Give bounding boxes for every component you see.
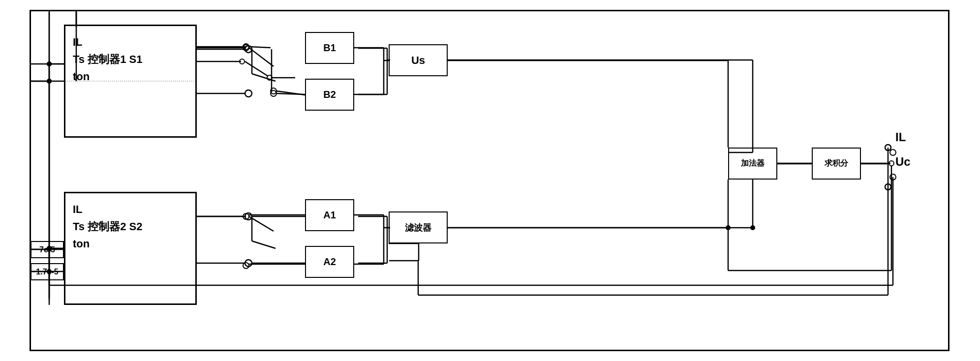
us-block: Us	[389, 44, 448, 76]
controller2-line3: ton	[73, 235, 188, 252]
b1-block: B1	[305, 32, 354, 64]
uc-output-label: Uc	[895, 155, 911, 169]
controller2-line1: IL	[73, 201, 188, 218]
lvbo-block: 滤波器	[389, 211, 448, 243]
controller1-line3: ton	[73, 68, 188, 85]
ts2-input-box: 1.7e-5	[31, 263, 64, 280]
a1-block: A1	[305, 199, 354, 231]
qiuji-label: 求积分	[825, 158, 848, 169]
a2-block: A2	[305, 246, 354, 278]
il-output-label: IL	[895, 130, 906, 144]
b2-label: B2	[323, 89, 336, 100]
b2-block: B2	[305, 79, 354, 111]
ts-value: 7e-5	[39, 245, 55, 254]
a1-label: A1	[323, 210, 336, 221]
controller2-line2: Ts 控制器2 S2	[73, 218, 188, 235]
controller1-line1: IL	[73, 33, 188, 51]
jiafa-label: 加法器	[741, 158, 765, 169]
jiafa-block: 加法器	[728, 148, 777, 180]
lvbo-label: 滤波器	[405, 222, 431, 234]
qiuji-block: 求积分	[812, 148, 861, 180]
ts-input-box: 7e-5	[31, 241, 64, 258]
controller1-line2: Ts 控制器1 S1	[73, 51, 188, 68]
controller2-text: IL Ts 控制器2 S2 ton	[65, 193, 195, 260]
controller1-text: IL Ts 控制器1 S1 ton	[65, 26, 195, 93]
ts2-value: 1.7e-5	[36, 268, 58, 276]
controller1-box: IL Ts 控制器1 S1 ton	[64, 25, 197, 138]
b1-label: B1	[323, 42, 336, 54]
controller2-box: IL Ts 控制器2 S2 ton	[64, 192, 197, 305]
us-label: Us	[411, 54, 425, 67]
diagram-container: IL Ts 控制器1 S1 ton IL Ts 控制器2 S2 ton B1 B…	[0, 0, 980, 361]
a2-label: A2	[323, 256, 336, 268]
